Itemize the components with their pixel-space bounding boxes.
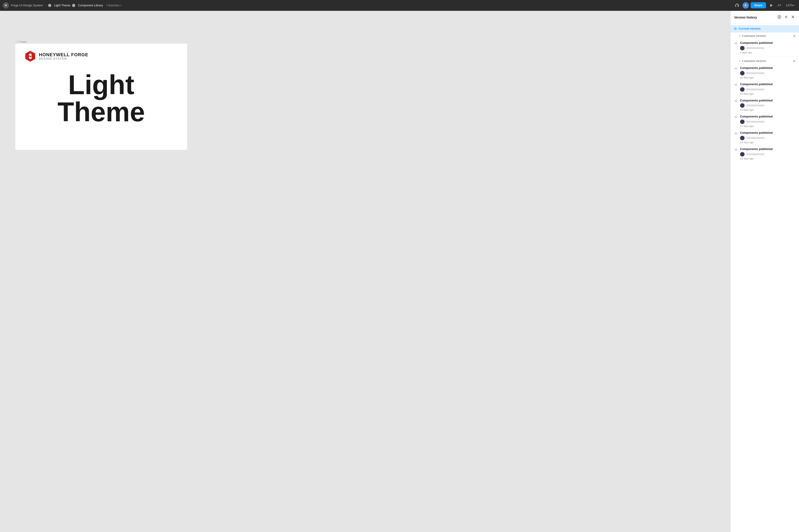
user-row-1 (740, 46, 795, 50)
autosave-label-2: 4 autosave versions (739, 59, 766, 62)
divider-1 (734, 56, 795, 57)
user-name-bar-4 (746, 104, 764, 107)
version-item-published-1[interactable]: Components published 4 days ago (730, 39, 799, 56)
user-name-bar-5 (746, 121, 764, 123)
published-icon-3 (734, 83, 738, 88)
topbar-right: A Share A? 137% ▾ (734, 2, 796, 9)
plus-icon (784, 15, 788, 19)
autosave-dot-2 (739, 60, 741, 62)
chevron-down-icon: ▾ (120, 4, 121, 6)
theme-dot-icon (48, 4, 51, 7)
canvas-area[interactable]: ⬜ Frame HONEY (0, 11, 730, 532)
user-name-bar-3 (746, 89, 764, 90)
autosave-dot-1 (739, 35, 741, 37)
project-name: Forge UI Design System (11, 4, 43, 7)
canvas-frame: HONEYWELL FORGE DESIGN SYSTEM LightTheme (15, 44, 187, 150)
headphones-icon (735, 3, 739, 8)
user-row-7 (740, 152, 795, 156)
close-panel-button[interactable] (791, 15, 795, 20)
version-info-current: Current version (739, 27, 795, 31)
topbar: H Forge UI Design System / Light Theme C… (0, 0, 799, 11)
published-title-4: Components published (740, 99, 795, 102)
frame-label: ⬜ Frame (15, 40, 27, 43)
version-item-published-7[interactable]: Components published 14 days ago (730, 146, 799, 162)
version-info-published-4: Components published 14 days ago (740, 99, 795, 111)
share-button[interactable]: Share (751, 2, 766, 8)
honeywell-logo: HONEYWELL FORGE DESIGN SYSTEM (24, 50, 88, 62)
version-info-published-1: Components published 4 days ago (740, 41, 795, 54)
version-item-published-2[interactable]: Components published 14 days ago (730, 64, 799, 81)
published-title-2: Components published (740, 66, 795, 70)
published-title-3: Components published (740, 82, 795, 86)
user-avatar-small-7 (740, 152, 745, 156)
autosave-row-2[interactable]: 4 autosave versions ▶ (730, 58, 799, 64)
version-list: Current version 4 autosave versions ▶ (730, 23, 799, 532)
add-version-button[interactable] (784, 15, 788, 20)
zoom-chevron-icon: ▾ (794, 4, 795, 6)
zoom-label: 137% (786, 4, 793, 7)
published-icon-7 (734, 148, 738, 152)
light-theme-display: LightTheme (58, 71, 145, 126)
version-info-published-2: Components published 14 days ago (740, 66, 795, 79)
user-name-bar-6 (746, 137, 764, 139)
published-title-5: Components published (740, 115, 795, 119)
published-icon-6 (734, 132, 738, 136)
version-time-7: 14 days ago (740, 157, 795, 160)
filter-icon (777, 15, 781, 19)
cursor-label: A? (778, 4, 781, 7)
user-row-5 (740, 119, 795, 124)
user-name-bar-2 (746, 72, 764, 74)
version-info-published-6: Components published 14 days ago (740, 131, 795, 144)
version-item-published-5[interactable]: Components published 14 days ago (730, 113, 799, 129)
close-icon (791, 15, 795, 19)
version-item-published-6[interactable]: Components published 14 days ago (730, 129, 799, 146)
panel-header-icons (777, 15, 795, 20)
autosave-row-1[interactable]: 4 autosave versions ▶ (730, 33, 799, 39)
svg-rect-6 (30, 56, 31, 57)
published-icon-2 (734, 66, 738, 71)
version-time-6: 14 days ago (740, 141, 795, 144)
branches-label: 7 branches (106, 4, 119, 7)
library-dot-icon (72, 4, 75, 7)
version-time-4: 14 days ago (740, 109, 795, 111)
version-info-published-3: Components published 14 days ago (740, 82, 795, 95)
user-avatar[interactable]: A (743, 2, 749, 8)
user-row-2 (740, 71, 795, 75)
autosave-arrow-1: ▶ (794, 35, 795, 37)
cursor-icon-button[interactable]: A? (776, 2, 783, 8)
version-time-2: 14 days ago (740, 76, 795, 79)
headphones-icon-button[interactable] (734, 2, 741, 9)
company-sub: DESIGN SYSTEM (39, 57, 88, 60)
play-icon-button[interactable] (768, 2, 775, 9)
version-item-current[interactable]: Current version (730, 25, 799, 33)
svg-marker-0 (770, 4, 773, 7)
version-info-published-5: Components published 14 days ago (740, 115, 795, 128)
company-text: HONEYWELL FORGE DESIGN SYSTEM (39, 52, 88, 60)
user-name-bar-7 (746, 153, 764, 155)
version-item-published-4[interactable]: Components published 14 days ago (730, 97, 799, 113)
company-name: HONEYWELL FORGE (39, 52, 88, 57)
version-item-published-3[interactable]: Components published 14 days ago (730, 81, 799, 97)
current-version-title: Current version (739, 27, 795, 31)
version-time-1: 4 days ago (740, 51, 795, 54)
user-row-4 (740, 103, 795, 108)
filter-icon-button[interactable] (777, 15, 782, 20)
topbar-left: H Forge UI Design System / Light Theme C… (3, 2, 732, 8)
published-title-6: Components published (740, 131, 795, 135)
theme-name: Light Theme (54, 4, 70, 7)
user-avatar-small-4 (740, 103, 745, 108)
breadcrumb-separator: / (45, 4, 46, 7)
published-title-7: Components published (740, 147, 795, 151)
branches-button[interactable]: 7 branches ▾ (105, 3, 123, 7)
published-icon-4 (734, 99, 738, 104)
version-time-3: 14 days ago (740, 92, 795, 95)
logo-avatar[interactable]: H (3, 2, 9, 8)
play-icon (769, 3, 773, 7)
version-panel: Version history (730, 11, 799, 532)
version-panel-title: Version history (734, 16, 757, 19)
frame-icon: ⬜ (15, 40, 19, 43)
version-info-published-7: Components published 14 days ago (740, 147, 795, 160)
version-panel-header: Version history (730, 11, 799, 23)
zoom-button[interactable]: 137% ▾ (784, 3, 796, 8)
published-title-1: Components published (740, 41, 795, 45)
